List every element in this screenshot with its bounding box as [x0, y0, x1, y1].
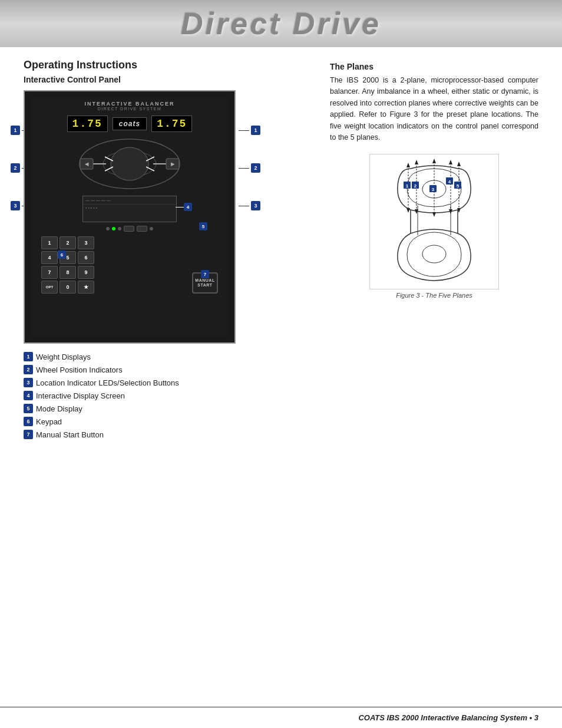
legend-label-5: Mode Display	[36, 404, 82, 413]
svg-marker-30	[432, 159, 436, 163]
callout-2-right: 2	[239, 163, 260, 173]
mode-display-row	[106, 226, 153, 232]
legend-badge-5: 5	[24, 404, 33, 413]
key-3[interactable]: 3	[78, 236, 94, 249]
legend-badge-1: 1	[24, 352, 33, 361]
svg-text:3: 3	[432, 187, 435, 192]
badge-6: 6	[58, 251, 66, 259]
right-column: The Planes The IBS 2000 is a 2-plane, mi…	[330, 59, 538, 443]
figure-caption: Figure 3 - The Five Planes	[396, 292, 472, 299]
key-opt[interactable]: OPT	[41, 281, 58, 294]
weight-display-right: 1.75	[151, 116, 192, 132]
key-1[interactable]: 1	[41, 236, 58, 249]
badge-1-right: 1	[251, 126, 260, 135]
legend-list: 1 Weight Displays 2 Wheel Position Indic…	[24, 352, 312, 439]
svg-text:2: 2	[414, 183, 417, 189]
legend-label-6: Keypad	[36, 417, 62, 426]
planes-diagram-container: 1 2 3	[330, 154, 538, 299]
mode-dot-1	[106, 227, 110, 230]
legend-item-5: 5 Mode Display	[24, 404, 312, 413]
wheel-svg: ◀ ▶	[65, 136, 194, 192]
brand-line2: DIRECT DRIVE SYSTEM	[98, 107, 162, 111]
svg-marker-25	[415, 160, 418, 164]
planes-diagram: 1 2 3	[369, 154, 499, 289]
mode-dot-3	[118, 227, 121, 230]
left-column: Operating Instructions Interactive Contr…	[24, 59, 312, 443]
svg-point-14	[422, 245, 446, 263]
legend-label-1: Weight Displays	[36, 353, 91, 361]
legend-item-7: 7 Manual Start Button	[24, 430, 312, 439]
manual-start-container: MANUALSTART 7	[192, 272, 218, 294]
svg-marker-20	[406, 163, 410, 167]
badge-1-left: 1	[11, 126, 20, 135]
brand-row: INTERACTIVE BALANCER DIRECT DRIVE SYSTEM	[84, 101, 174, 111]
panel-wrapper: 1 2 3 1 2	[24, 90, 247, 344]
badge-3-right: 3	[251, 201, 260, 210]
section-subtitle: Interactive Control Panel	[24, 75, 312, 84]
mode-toggle	[124, 226, 134, 232]
badge-3-left: 3	[11, 201, 20, 210]
callout-1-right: 1	[239, 126, 260, 135]
svg-marker-31	[432, 212, 436, 217]
panel-inner: INTERACTIVE BALANCER DIRECT DRIVE SYSTEM…	[31, 97, 229, 337]
mode-toggle-2	[137, 226, 147, 232]
planes-title: The Planes	[330, 62, 538, 71]
svg-marker-35	[449, 160, 452, 164]
display-screen-area: — — — — — ▪ ▪ ▪ ▪ ▪ 4	[82, 196, 177, 222]
key-9[interactable]: 9	[78, 266, 94, 279]
mode-dot-2	[112, 227, 115, 230]
key-2[interactable]: 2	[59, 236, 76, 249]
svg-marker-21	[406, 208, 410, 213]
legend-label-2: Wheel Position Indicators	[36, 365, 123, 374]
legend-badge-7: 7	[24, 430, 33, 439]
key-7[interactable]: 7	[41, 266, 58, 279]
indicator-area: — — — — — ▪ ▪ ▪ ▪ ▪ 4	[35, 196, 224, 232]
svg-text:1: 1	[406, 183, 409, 189]
legend-badge-4: 4	[24, 391, 33, 400]
legend-item-3: 3 Location Indicator LEDs/Selection Butt…	[24, 378, 312, 387]
wheel-position-area: ◀ ▶	[35, 134, 224, 193]
weight-display-left: 1.75	[67, 116, 108, 132]
brand-logo: coats	[113, 117, 147, 130]
legend-item-2: 2 Wheel Position Indicators	[24, 365, 312, 374]
right-callouts: 1 2 3	[239, 101, 260, 210]
keypad: 1 2 3 4 5 6 7 8 9 OPT 0	[41, 236, 94, 294]
svg-marker-40	[457, 162, 461, 166]
key-6[interactable]: 6	[78, 251, 94, 264]
svg-text:4: 4	[448, 179, 451, 185]
keypad-container: 1 2 3 4 5 6 7 8 9 OPT 0	[41, 234, 94, 294]
weight-row: 1.75 coats 1.75	[35, 116, 224, 132]
legend-label-4: Interactive Display Screen	[36, 391, 125, 400]
mode-dot-4	[150, 227, 153, 230]
svg-point-8	[111, 147, 148, 180]
legend-label-7: Manual Start Button	[36, 430, 104, 439]
key-8[interactable]: 8	[59, 266, 76, 279]
badge-7: 7	[201, 270, 209, 278]
planes-svg: 1 2 3	[375, 157, 493, 286]
main-content: Operating Instructions Interactive Contr…	[0, 47, 562, 454]
brand-line1: INTERACTIVE BALANCER	[84, 101, 174, 107]
header-banner: Direct Drive	[0, 0, 562, 47]
planes-text: The IBS 2000 is a 2-plane, microprocesso…	[330, 75, 538, 143]
key-0[interactable]: 0	[59, 281, 76, 294]
control-panel: INTERACTIVE BALANCER DIRECT DRIVE SYSTEM…	[24, 90, 236, 344]
bottom-area: 1 2 3 4 5 6 7 8 9 OPT 0	[35, 234, 224, 294]
legend-badge-2: 2	[24, 365, 33, 374]
badge-2-right: 2	[251, 163, 260, 173]
badge-5: 5	[199, 222, 207, 230]
badge-2-left: 2	[11, 163, 20, 173]
badge-4: 4	[184, 203, 192, 211]
display-screen: — — — — — ▪ ▪ ▪ ▪ ▪	[82, 196, 177, 222]
key-star[interactable]: ★	[78, 281, 94, 294]
section-title: Operating Instructions	[24, 59, 312, 71]
svg-text:5: 5	[457, 183, 459, 189]
legend-item-1: 1 Weight Displays	[24, 352, 312, 361]
key-4[interactable]: 4	[41, 251, 58, 264]
footer: COATS IBS 2000 Interactive Balancing Sys…	[0, 707, 562, 728]
badge-4-right: 4	[176, 203, 192, 211]
header-title: Direct Drive	[181, 6, 381, 41]
legend-badge-3: 3	[24, 378, 33, 387]
legend-item-4: 4 Interactive Display Screen	[24, 391, 312, 400]
callout-3-right: 3	[239, 201, 260, 210]
svg-text:◀: ◀	[84, 162, 89, 167]
